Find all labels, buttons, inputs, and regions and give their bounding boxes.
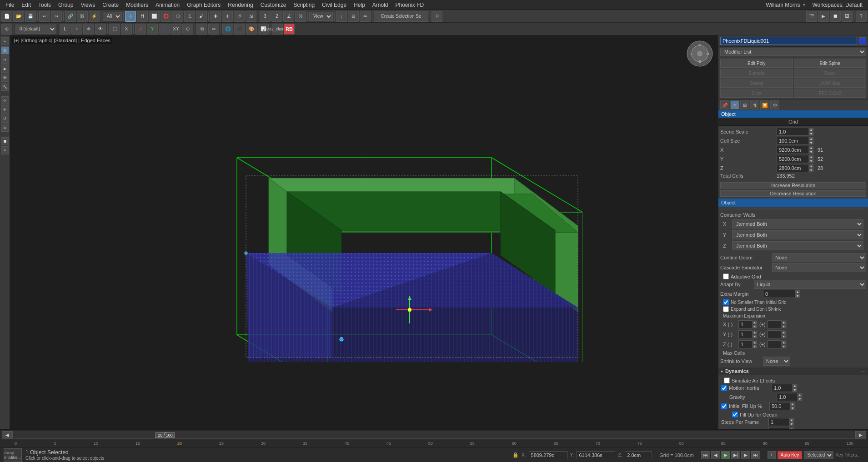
color-clip-btn[interactable]: 🎨: [246, 24, 257, 35]
ang-snap-btn[interactable]: ∠: [283, 11, 294, 22]
z-pos-up[interactable]: ▲: [781, 340, 787, 344]
extrude-btn[interactable]: Extrude: [720, 69, 793, 78]
render-env-btn[interactable]: 🌐: [222, 24, 233, 35]
next-frame-btn[interactable]: ▶: [741, 451, 750, 459]
menu-tools[interactable]: Tools: [35, 1, 55, 9]
extra-margin-down[interactable]: ▼: [795, 294, 800, 298]
time-scale-up[interactable]: ▲: [789, 427, 794, 429]
y-size-input[interactable]: [777, 155, 808, 163]
adaptive-grid-checkbox[interactable]: [723, 273, 729, 279]
extra-margin-up[interactable]: ▲: [795, 290, 800, 294]
left-hierarchy-btn[interactable]: H: [1, 55, 9, 64]
menu-create[interactable]: Create: [99, 1, 122, 9]
lasso-select-btn[interactable]: ℒ: [184, 11, 195, 22]
motion-inertia-up[interactable]: ▲: [792, 384, 798, 388]
y-pos-up[interactable]: ▲: [781, 330, 787, 334]
render-btn[interactable]: ▶: [818, 11, 829, 22]
scene-scale-down[interactable]: ▼: [808, 132, 814, 136]
steps-per-frame-spinner[interactable]: ▲ ▼: [768, 418, 794, 426]
object-highlight-bar[interactable]: Object: [718, 199, 868, 207]
move-layer-btn[interactable]: ↕: [71, 24, 82, 35]
user-dropdown-icon[interactable]: ▾: [803, 2, 805, 7]
left-create-btn[interactable]: +: [1, 37, 9, 45]
menu-file[interactable]: File: [2, 1, 18, 9]
left-select-btn[interactable]: ⊹: [1, 96, 9, 104]
initial-fill-down[interactable]: ▼: [790, 406, 795, 410]
modifier-list-dropdown[interactable]: Modifier List: [720, 48, 866, 56]
pin-icon-btn[interactable]: 📌: [720, 100, 729, 109]
no-smaller-checkbox[interactable]: [723, 299, 729, 305]
select-name-btn[interactable]: H: [137, 11, 148, 22]
left-utils-btn[interactable]: 🔧: [1, 83, 9, 91]
rb-btn[interactable]: RB: [284, 24, 295, 35]
place-btn[interactable]: ↓: [336, 11, 347, 22]
mat-editor-btn[interactable]: ⬛: [234, 24, 245, 35]
uvw-map-btn[interactable]: UVW Map: [794, 79, 867, 88]
edit-spine-btn[interactable]: Edit Spine: [794, 59, 867, 68]
gravity-down[interactable]: ▼: [797, 397, 803, 401]
play-btn[interactable]: ▶: [721, 451, 730, 459]
cw-z-dropdown[interactable]: Jammed Both: [732, 241, 863, 250]
menu-rendering[interactable]: Rendering: [224, 1, 256, 9]
x-pos-spinner[interactable]: ▲ ▼: [768, 320, 787, 328]
timeline-next-btn[interactable]: ▶: [855, 431, 866, 439]
unlink-btn[interactable]: ⛓: [77, 11, 88, 22]
motion-inertia-spinner[interactable]: ▲ ▼: [772, 384, 798, 392]
motion-inertia-checkbox[interactable]: [721, 385, 727, 391]
x-size-spinner[interactable]: ▲ ▼: [777, 146, 814, 154]
prev-frame-btn[interactable]: ◀: [711, 451, 720, 459]
left-display-btn[interactable]: 👁: [1, 74, 9, 82]
view-dropdown[interactable]: View: [309, 12, 333, 21]
circle-select-btn[interactable]: ⭕: [161, 11, 171, 22]
axis-xy-btn[interactable]: XY: [171, 24, 181, 35]
key-filters-label[interactable]: Key Filters...: [835, 452, 861, 457]
y-neg-down[interactable]: ▼: [752, 334, 758, 338]
align-btn[interactable]: ⊟: [348, 11, 359, 22]
left-scale-btn[interactable]: ⇲: [1, 124, 9, 132]
left-align-btn[interactable]: ≡: [1, 146, 9, 154]
redo-btn[interactable]: ↪: [51, 11, 62, 22]
mode-btn[interactable]: ⊕: [1, 24, 12, 35]
z-size-up[interactable]: ▲: [808, 164, 814, 168]
cell-size-input[interactable]: [777, 137, 808, 145]
x-neg-up[interactable]: ▲: [752, 320, 758, 324]
slice-btn[interactable]: Slice: [720, 89, 793, 98]
group-open-btn[interactable]: ⬚: [109, 24, 120, 35]
sort-icon-btn[interactable]: ⇅: [750, 100, 759, 109]
lock-icon[interactable]: 🔒: [512, 452, 519, 458]
z-pos-spinner[interactable]: ▲ ▼: [768, 340, 787, 348]
scale-btn[interactable]: ⇲: [246, 11, 256, 22]
timeline-prev-btn[interactable]: ◀: [2, 431, 13, 439]
y-neg-spinner[interactable]: ▲ ▼: [738, 330, 758, 338]
smart-select-btn[interactable]: ✚: [210, 11, 221, 22]
render-setup-btn[interactable]: 🎬: [806, 11, 817, 22]
ffd-btn[interactable]: FFD 2x2x2: [794, 89, 867, 98]
increase-resolution-btn[interactable]: Increase Resolution: [720, 182, 866, 189]
obj-name-field[interactable]: [720, 37, 857, 45]
timeline-bar[interactable]: 20 / 100: [14, 432, 854, 439]
menu-group[interactable]: Group: [55, 1, 77, 9]
x-pos-up[interactable]: ▲: [781, 320, 787, 324]
menu-scripting[interactable]: Scripting: [290, 1, 318, 9]
y-pos-down[interactable]: ▼: [781, 334, 787, 338]
adapt-by-dropdown[interactable]: Liquid: [754, 280, 866, 289]
motion-inertia-down[interactable]: ▼: [792, 388, 798, 392]
mirror-btn[interactable]: ⇔: [360, 11, 371, 22]
bevel-btn[interactable]: Bevel: [794, 69, 867, 78]
y-neg-up[interactable]: ▲: [752, 330, 758, 334]
menu-customize[interactable]: Customize: [257, 1, 290, 9]
layer-prop-btn[interactable]: L: [60, 24, 70, 35]
time-scale-input[interactable]: [768, 427, 789, 429]
scene-scale-up[interactable]: ▲: [808, 128, 814, 132]
z-size-down[interactable]: ▼: [808, 168, 814, 172]
scene-scale-spinner[interactable]: ▲ ▼: [777, 128, 814, 136]
cell-size-down[interactable]: ▼: [808, 141, 814, 145]
axis-y-btn[interactable]: Y: [147, 24, 158, 35]
left-modify-btn[interactable]: ⚙: [1, 46, 9, 55]
mode-indicator[interactable]: Array modifie...: [4, 448, 22, 462]
initial-fill-input[interactable]: [769, 402, 790, 410]
play-selected-btn[interactable]: ▶|: [731, 451, 740, 459]
pivot-btn[interactable]: ⊙: [182, 24, 193, 35]
menu-views[interactable]: Views: [77, 1, 99, 9]
y-pos-input[interactable]: [768, 330, 781, 338]
